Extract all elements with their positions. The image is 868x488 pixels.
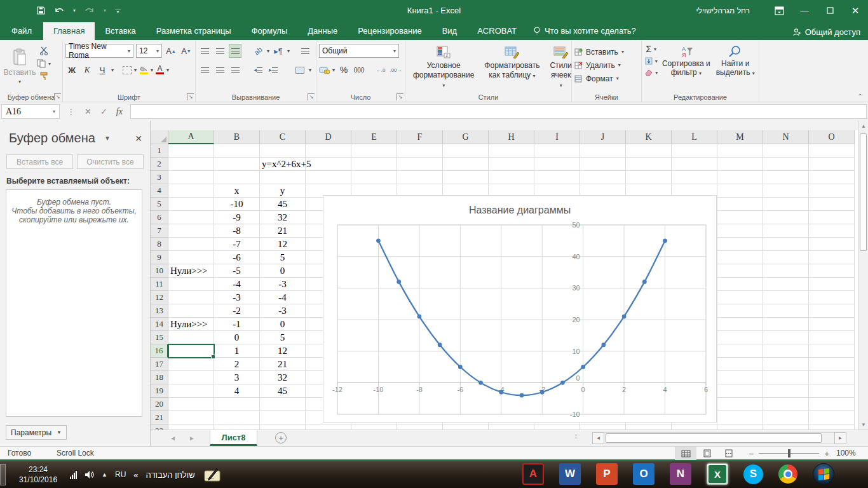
tab-home[interactable]: Главная (43, 22, 95, 40)
column-header-N[interactable]: N (763, 130, 809, 144)
cell-A17[interactable] (168, 358, 214, 371)
row-header-13[interactable]: 13 (151, 304, 168, 318)
network-icon[interactable] (70, 471, 77, 479)
cell-I2[interactable] (534, 158, 580, 171)
cell-C13[interactable]: -3 (260, 304, 306, 318)
column-header-C[interactable]: C (260, 130, 306, 144)
cell-A14[interactable]: Нули>>> (168, 318, 214, 331)
redo-icon[interactable] (85, 6, 95, 15)
percent-style-button[interactable]: % (337, 63, 350, 77)
row-header-21[interactable]: 21 (151, 411, 168, 424)
active-cell-A16[interactable] (168, 344, 215, 358)
zoom-in-icon[interactable]: + (824, 449, 829, 459)
align-left-icon[interactable] (198, 63, 211, 77)
cell-E22[interactable] (351, 424, 397, 430)
cell-F22[interactable] (397, 424, 443, 430)
cell-N20[interactable] (763, 398, 809, 411)
vertical-scrollbar[interactable]: ▲ ▼ (858, 121, 868, 430)
cell-M5[interactable] (717, 198, 763, 211)
cell-B20[interactable] (214, 398, 260, 411)
paste-all-button[interactable]: Вставить все (6, 154, 73, 169)
cell-N14[interactable] (763, 318, 809, 331)
cell-B10[interactable]: -5 (214, 264, 260, 278)
taskbar-app-windows-start[interactable] (813, 463, 834, 485)
cell-B1[interactable] (214, 144, 260, 158)
cell-O12[interactable] (809, 291, 855, 304)
cell-E1[interactable] (351, 144, 397, 158)
cell-B21[interactable] (214, 411, 260, 424)
cell-A9[interactable] (168, 251, 214, 264)
cell-C14[interactable]: 0 (260, 318, 306, 331)
taskbar-app-chrome[interactable] (778, 464, 797, 484)
find-select-button[interactable]: Найти и выделить ▾ (714, 43, 756, 92)
underline-dropdown-icon[interactable]: ▾ (111, 67, 114, 73)
taskbar-app-powerpoint[interactable]: P (596, 463, 618, 485)
cell-L3[interactable] (672, 171, 717, 184)
cell-H1[interactable] (489, 144, 534, 158)
cell-O19[interactable] (809, 384, 855, 398)
cell-C2[interactable]: y=x^2+6x+5 (260, 158, 306, 171)
borders-dropdown-icon[interactable]: ▾ (134, 67, 137, 73)
tab-view[interactable]: Вид (432, 22, 468, 40)
cell-M4[interactable] (717, 184, 763, 198)
user-name[interactable]: רחל מגרהלישוילי (696, 6, 750, 15)
cell-A20[interactable] (168, 398, 214, 411)
font-color-icon[interactable]: А (156, 65, 164, 74)
row-header-14[interactable]: 14 (151, 318, 168, 331)
cell-N19[interactable] (763, 384, 809, 398)
conditional-formatting-button[interactable]: ≠ Условное форматирование ▾ (408, 43, 479, 92)
accounting-format-icon[interactable] (319, 66, 330, 74)
cell-A1[interactable] (168, 144, 214, 158)
merge-center-icon[interactable] (294, 63, 306, 77)
cell-F1[interactable] (397, 144, 443, 158)
collapse-ribbon-icon[interactable]: ⌃ (858, 93, 863, 100)
close-button[interactable]: ✕ (843, 0, 868, 21)
italic-button[interactable]: К (81, 63, 93, 77)
cell-N21[interactable] (763, 411, 809, 424)
insert-cells-button[interactable]: Вставить▾ (574, 45, 639, 58)
fill-down-icon[interactable]: ▾ (644, 57, 658, 65)
view-page-layout-icon[interactable] (696, 447, 718, 460)
cell-B6[interactable]: -9 (214, 211, 260, 224)
font-dialog-launcher[interactable]: ↘ (187, 93, 194, 100)
font-name-combo[interactable]: Times New Roma▾ (65, 44, 133, 58)
tab-data[interactable]: Данные (297, 22, 348, 40)
zoom-slider-thumb[interactable] (788, 449, 790, 458)
cell-L22[interactable] (672, 424, 717, 430)
tell-me-box[interactable]: Что вы хотите сделать? (527, 22, 642, 40)
cell-C1[interactable] (260, 144, 306, 158)
column-header-D[interactable]: D (306, 130, 351, 144)
cell-M6[interactable] (717, 211, 763, 224)
cell-B8[interactable]: -7 (214, 238, 260, 251)
cell-N16[interactable] (763, 344, 809, 358)
cell-N11[interactable] (763, 278, 809, 291)
align-middle-icon[interactable] (214, 44, 226, 58)
tab-scroll-splitter[interactable]: ⁞ (575, 433, 578, 440)
notes-icon[interactable] (203, 467, 222, 482)
paste-button[interactable]: Вставить ▾ (3, 43, 37, 90)
cell-J1[interactable] (580, 144, 626, 158)
cell-G22[interactable] (443, 424, 489, 430)
pane-options-button[interactable]: Параметры▼ (6, 425, 67, 440)
sheet-tab-active[interactable]: Лист8 (210, 430, 257, 446)
row-header-7[interactable]: 7 (151, 224, 168, 238)
text-direction-icon[interactable]: ▸¶ (272, 44, 285, 58)
cell-M7[interactable] (717, 224, 763, 238)
name-box-dropdown-icon[interactable]: ▾ (53, 109, 55, 114)
cell-O20[interactable] (809, 398, 855, 411)
tab-review[interactable]: Рецензирование (348, 22, 431, 40)
cell-M14[interactable] (717, 318, 763, 331)
cell-O9[interactable] (809, 251, 855, 264)
underline-button[interactable]: Ч (96, 63, 109, 77)
cell-O21[interactable] (809, 411, 855, 424)
cell-M12[interactable] (717, 291, 763, 304)
cell-A7[interactable] (168, 224, 214, 238)
cell-B7[interactable]: -8 (214, 224, 260, 238)
cell-D1[interactable] (306, 144, 351, 158)
cell-F3[interactable] (397, 171, 443, 184)
cell-K22[interactable] (626, 424, 672, 430)
cell-M13[interactable] (717, 304, 763, 318)
row-header-6[interactable]: 6 (151, 211, 168, 224)
increase-font-icon[interactable]: A▲ (165, 44, 177, 58)
ribbon-display-options-icon[interactable] (766, 0, 792, 21)
